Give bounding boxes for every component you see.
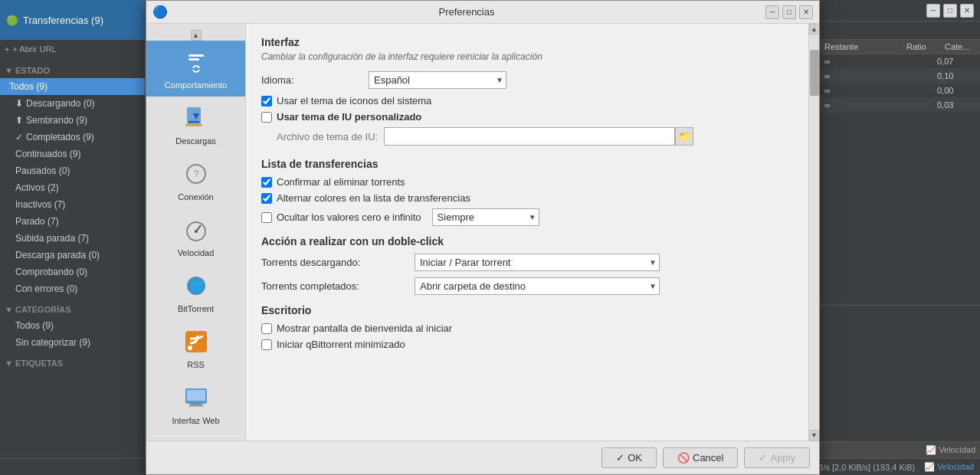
torrents-completados-row: Torrents completados: Abrir carpeta de d… — [261, 277, 793, 295]
dialog-maximize-btn[interactable]: □ — [782, 5, 796, 19]
app-maximize-btn[interactable]: □ — [943, 4, 957, 18]
svg-text:🌐: 🌐 — [189, 280, 203, 293]
dialog-content: Interfaz Cambiar la configuración de la … — [246, 24, 808, 441]
ocultar-label[interactable]: Ocultar los valores cero e infinito — [277, 211, 421, 223]
sidebar-item-completados[interactable]: ✓ Completados (9) — [0, 129, 145, 146]
bienvenida-label[interactable]: Mostrar pantalla de bienvenida al inicia… — [277, 323, 452, 334]
sidebar-item-sin-categorizar[interactable]: Sin categorizar (9) — [0, 334, 145, 351]
sidebar-item-descarga-parada[interactable]: Descarga parada (0) — [0, 247, 145, 264]
tema-label[interactable]: Usar tema de IU personalizado — [277, 111, 421, 123]
lista-transferencias-title: Lista de transferencias — [261, 158, 793, 170]
sidebar-item-velocidad[interactable]: Velocidad — [146, 208, 245, 264]
etiquetas-section-header: ▼ ETIQUETAS — [0, 355, 145, 371]
dialog-icon: 🔵 — [152, 5, 168, 19]
content-scrollbar[interactable]: ▲ ▼ — [808, 24, 819, 441]
torrents-descargando-row: Torrents descargando: Iniciar / Parar to… — [261, 254, 793, 271]
svg-point-17 — [188, 346, 192, 350]
sidebar-item-conexion-label: Conexión — [178, 192, 213, 201]
confirmar-checkbox-row: Confirmar al eliminar torrents — [261, 176, 793, 188]
estado-section-header: ▼ ESTADO — [0, 63, 145, 78]
sidebar-item-cat-todos[interactable]: Todos (9) — [0, 317, 145, 334]
sidebar-item-sembrando[interactable]: ⬆ Sembrando (9) — [0, 112, 145, 129]
ok-button[interactable]: ✓ OK — [601, 447, 657, 468]
categorias-section-header: ▼ CATEGORÍAS — [0, 302, 145, 317]
app-sidebar-title: Transferencias (9) — [23, 15, 103, 26]
sidebar-item-continuados[interactable]: Continuados (9) — [0, 146, 145, 162]
col-ratio: Ratio — [906, 42, 945, 51]
bienvenida-checkbox[interactable] — [261, 323, 272, 334]
dialog-close-btn[interactable]: ✕ — [799, 5, 813, 19]
cancel-button[interactable]: 🚫 Cancel — [663, 447, 738, 468]
scroll-down-arrow[interactable]: ▼ — [809, 430, 820, 441]
ok-label: OK — [628, 452, 642, 464]
ocultar-dropdown-wrapper: Siempre Nunca A veces ▼ — [432, 208, 539, 226]
apply-button[interactable]: ✓ Apply — [744, 447, 810, 468]
scroll-thumb[interactable] — [810, 50, 819, 96]
alternar-checkbox[interactable] — [261, 193, 272, 204]
idioma-select[interactable]: Español English Français Deutsch — [369, 71, 506, 89]
table-row: ∞ 0,03 — [820, 98, 980, 113]
sidebar-item-rss[interactable]: RSS — [146, 320, 245, 376]
torrents-descargando-select[interactable]: Iniciar / Parar torrent Abrir carpeta de… — [415, 254, 660, 271]
content-with-scroll: Interfaz Cambiar la configuración de la … — [246, 24, 819, 441]
minimizado-checkbox[interactable] — [261, 339, 272, 350]
confirmar-checkbox[interactable] — [261, 177, 272, 188]
idioma-label: Idioma: — [261, 74, 369, 86]
confirmar-label[interactable]: Confirmar al eliminar torrents — [277, 176, 405, 188]
idioma-row: Idioma: Español English Français Deutsch… — [261, 71, 793, 89]
cell-ratio-3: 0,00 — [937, 86, 975, 95]
sidebar-item-interfaz-web[interactable]: Interfaz Web — [146, 376, 245, 432]
iconos-label[interactable]: Usar el tema de iconos del sistema — [277, 95, 431, 106]
svg-rect-21 — [188, 405, 204, 407]
velocity-bar[interactable]: 📈 Velocidad — [820, 441, 980, 458]
svg-text:?: ? — [193, 169, 198, 179]
torrents-completados-select[interactable]: Abrir carpeta de destino Iniciar / Parar… — [415, 277, 660, 295]
descargas-icon — [181, 103, 211, 133]
app-logo: 🟢 — [6, 15, 18, 26]
apply-label: Apply — [770, 452, 795, 464]
ocultar-checkbox[interactable] — [261, 212, 272, 223]
minimizado-checkbox-row: Iniciar qBittorrent minimizado — [261, 339, 793, 350]
sidebar-item-comprobando[interactable]: Comprobando (0) — [0, 264, 145, 280]
sidebar-item-pausados[interactable]: Pausados (0) — [0, 162, 145, 179]
sidebar-item-avanzado[interactable]: Avanzado — [146, 432, 245, 441]
sidebar-item-comportamiento[interactable]: Comportamiento — [146, 41, 245, 97]
sidebar-item-interfaz-web-label: Interfaz Web — [172, 416, 219, 425]
dialog-logo-icon: 🔵 — [152, 5, 168, 19]
sidebar-item-descargas[interactable]: Descargas — [146, 97, 245, 152]
iconos-checkbox[interactable] — [261, 96, 272, 106]
velocity-btn[interactable]: 📈 Velocidad — [924, 462, 974, 472]
minimizado-label[interactable]: Iniciar qBittorrent minimizado — [277, 339, 405, 350]
sidebar-item-conexion[interactable]: ? Conexión — [146, 152, 245, 208]
sidebar-item-bittorrent-label: BitTorrent — [178, 304, 214, 313]
sidebar-item-bittorrent[interactable]: 🌐 BitTorrent — [146, 264, 245, 320]
ocultar-dropdown[interactable]: Siempre Nunca A veces — [432, 208, 539, 226]
scroll-up-arrow[interactable]: ▲ — [809, 24, 820, 34]
sidebar-scroll-up[interactable]: ▲ — [191, 30, 202, 41]
toolbar-add-url[interactable]: + + Abrir URL — [0, 43, 145, 55]
sidebar-item-parado[interactable]: Parado (7) — [0, 213, 145, 230]
browse-button[interactable]: 📁 — [675, 127, 693, 146]
alternar-label[interactable]: Alternar colores en la lista de transfer… — [277, 192, 470, 204]
archivo-tema-input[interactable] — [384, 127, 675, 146]
cell-restante-1: ∞ — [824, 57, 937, 66]
dialog-controls: ─ □ ✕ — [765, 5, 813, 19]
sidebar-item-velocidad-label: Velocidad — [178, 248, 215, 257]
interfaz-subtitle: Cambiar la configuración de la interfaz … — [261, 51, 793, 62]
sidebar-item-subida-parada[interactable]: Subida parada (7) — [0, 230, 145, 247]
sidebar-item-todos[interactable]: Todos (9) — [0, 78, 145, 95]
tema-checkbox[interactable] — [261, 112, 272, 123]
cell-ratio-2: 0,10 — [937, 71, 975, 80]
sidebar-item-descargando[interactable]: ⬇ Descargando (0) — [0, 95, 145, 112]
app-close-btn[interactable]: ✕ — [960, 4, 974, 18]
rss-icon — [181, 326, 211, 357]
app-minimize-btn[interactable]: ─ — [926, 4, 940, 18]
cell-restante-2: ∞ — [824, 71, 937, 80]
svg-rect-8 — [185, 124, 202, 126]
svg-rect-4 — [190, 68, 202, 70]
sidebar-item-inactivos[interactable]: Inactivos (7) — [0, 196, 145, 213]
browse-icon: 📁 — [678, 130, 691, 142]
sidebar-item-con-errores[interactable]: Con errores (0) — [0, 280, 145, 297]
sidebar-item-activos[interactable]: Activos (2) — [0, 179, 145, 196]
dialog-minimize-btn[interactable]: ─ — [765, 5, 779, 19]
